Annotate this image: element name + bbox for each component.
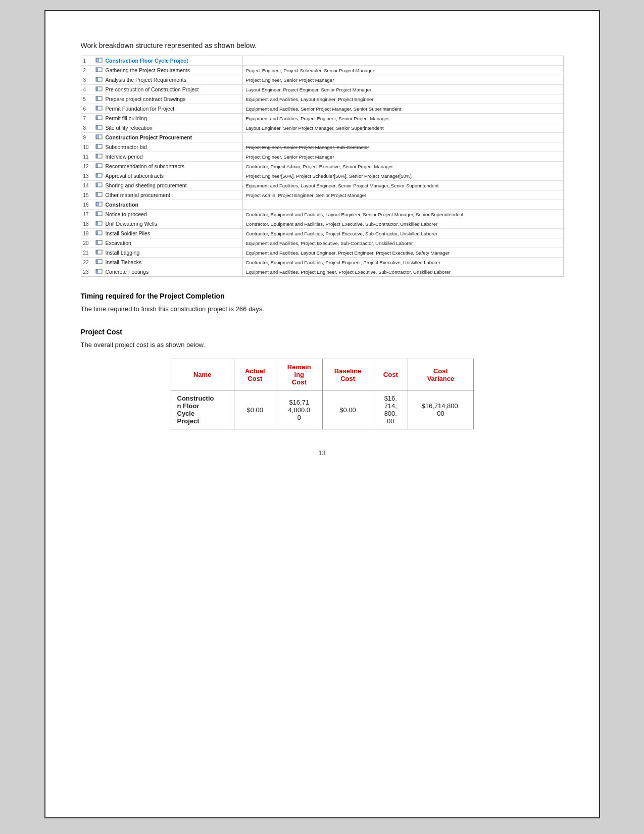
task-icon bbox=[95, 143, 104, 151]
cell-remaining-cost: $16,714,800.00 bbox=[276, 390, 322, 429]
task-icon bbox=[95, 134, 104, 141]
wbs-row: 17 Notice to proceed Contractor, Equipme… bbox=[81, 210, 563, 219]
wbs-row: 12 Recommendation of subcontracts Contra… bbox=[81, 162, 563, 171]
wbs-right-cell: Equipment and Facilities, Project Engine… bbox=[243, 114, 563, 123]
wbs-right-cell: Equipment and Facilities, Project Execut… bbox=[243, 238, 563, 248]
svg-rect-1 bbox=[96, 58, 99, 62]
wbs-left-cell: 21 Install Lagging bbox=[81, 248, 243, 257]
wbs-right-cell: Equipment and Facilities, Layout Enginee… bbox=[243, 94, 563, 104]
wbs-left-cell: 2 Gathering the Project Requirements bbox=[81, 66, 243, 75]
timing-text: The time required to finish this constru… bbox=[81, 305, 564, 313]
wbs-left-cell: 5 Prepare project contract Drawings bbox=[81, 94, 243, 104]
wbs-left-cell: 7 Permit fill building bbox=[81, 114, 243, 123]
task-icon bbox=[95, 172, 104, 179]
wbs-row: 14 Shoring and sheeting procurement Equi… bbox=[81, 181, 563, 190]
wbs-row: 3 Analysis the Project Requirements Proj… bbox=[81, 75, 563, 85]
wbs-left-cell: 6 Permit Foundation for Project bbox=[81, 104, 243, 113]
task-icon bbox=[95, 191, 104, 199]
cell-cost: $16,714,800.00 bbox=[373, 390, 408, 429]
wbs-left-cell: 23 Concrete Footings bbox=[81, 267, 243, 276]
task-icon bbox=[95, 86, 104, 93]
cost-intro: The overall project cost is as shown bel… bbox=[81, 341, 564, 349]
wbs-left-cell: 16 Construction bbox=[81, 200, 243, 209]
svg-rect-33 bbox=[96, 212, 98, 216]
col-header-name: Name bbox=[171, 359, 234, 390]
wbs-row: 6 Permit Foundation for Project Equipmen… bbox=[81, 104, 563, 114]
wbs-right-cell bbox=[243, 133, 563, 142]
task-icon bbox=[95, 115, 104, 122]
task-icon bbox=[95, 182, 104, 189]
page: Work breakdown structure represented as … bbox=[44, 10, 600, 818]
cost-section: Project Cost The overall project cost is… bbox=[81, 328, 564, 429]
wbs-left-cell: 17 Notice to proceed bbox=[81, 210, 243, 219]
wbs-right-cell: Equipment and Facilities, Project Engine… bbox=[243, 267, 563, 276]
svg-rect-23 bbox=[96, 164, 98, 168]
wbs-row: 21 Install Lagging Equipment and Facilit… bbox=[81, 248, 563, 258]
svg-rect-27 bbox=[96, 183, 98, 187]
svg-rect-21 bbox=[96, 154, 98, 158]
wbs-right-cell: Equipment and Facilities, Senior Project… bbox=[243, 104, 563, 113]
cell-name: Construction FloorCycleProject bbox=[171, 390, 234, 429]
task-icon bbox=[95, 153, 104, 160]
wbs-table: 1 Construction Floor Cycle Project 2 Gat… bbox=[81, 56, 564, 277]
wbs-right-cell bbox=[243, 56, 563, 65]
wbs-row: 1 Construction Floor Cycle Project bbox=[81, 56, 563, 66]
wbs-right-cell: Contractor, Equipment and Facilities, Pr… bbox=[243, 229, 563, 238]
wbs-row: 19 Install Soldier Piles Contractor, Equ… bbox=[81, 229, 563, 238]
cell-baseline-cost: $0.00 bbox=[322, 390, 373, 429]
wbs-left-cell: 8 Site utility relocation bbox=[81, 123, 243, 132]
wbs-right-cell: Equipment and Facilities, Layout Enginee… bbox=[243, 248, 563, 257]
cost-title: Project Cost bbox=[81, 328, 564, 336]
svg-rect-11 bbox=[96, 106, 98, 110]
cost-table-wrap: Name ActualCost RemainingCost BaselineCo… bbox=[81, 359, 564, 429]
col-header-remaining-cost: RemainingCost bbox=[276, 359, 322, 390]
col-header-actual-cost: ActualCost bbox=[234, 359, 276, 390]
svg-rect-37 bbox=[96, 231, 98, 235]
wbs-left-cell: 20 Excavation bbox=[81, 238, 243, 248]
wbs-right-cell bbox=[243, 200, 563, 209]
cell-cost-variance: $16,714,800.00 bbox=[408, 390, 473, 429]
wbs-row: 5 Prepare project contract Drawings Equi… bbox=[81, 94, 563, 104]
svg-rect-35 bbox=[96, 221, 98, 225]
task-icon bbox=[95, 76, 104, 83]
wbs-left-cell: 4 Pre construction of Construction Proje… bbox=[81, 85, 243, 94]
wbs-row: 18 Drill Dewatering Wells Contractor, Eq… bbox=[81, 219, 563, 229]
task-icon bbox=[95, 239, 104, 247]
wbs-row: 2 Gathering the Project Requirements Pro… bbox=[81, 66, 563, 75]
wbs-right-cell: Contractor, Equipment and Facilities, La… bbox=[243, 210, 563, 219]
wbs-row: 7 Permit fill building Equipment and Fac… bbox=[81, 114, 563, 123]
wbs-row: 4 Pre construction of Construction Proje… bbox=[81, 85, 563, 94]
wbs-left-cell: 14 Shoring and sheeting procurement bbox=[81, 181, 243, 190]
svg-rect-19 bbox=[96, 144, 98, 149]
svg-rect-3 bbox=[96, 68, 98, 72]
task-icon bbox=[95, 124, 104, 131]
timing-title: Timing required for the Project Completi… bbox=[81, 292, 564, 300]
svg-rect-31 bbox=[96, 202, 99, 206]
wbs-row: 10 Subcontractor bid Project Engineer, S… bbox=[81, 142, 563, 152]
wbs-left-cell: 1 Construction Floor Cycle Project bbox=[81, 56, 243, 65]
wbs-right-cell: Layout Engineer, Senior Project Manager,… bbox=[243, 123, 563, 132]
wbs-left-cell: 9 Construction Project Procurement bbox=[81, 133, 243, 142]
svg-rect-41 bbox=[96, 250, 98, 254]
wbs-right-cell: Project Engineer, Senior Project Manager… bbox=[243, 142, 563, 152]
wbs-left-cell: 10 Subcontractor bid bbox=[81, 142, 243, 152]
wbs-row: 13 Approval of subcontracts Project Engi… bbox=[81, 171, 563, 181]
col-header-baseline-cost: BaselineCost bbox=[322, 359, 373, 390]
wbs-left-cell: 12 Recommendation of subcontracts bbox=[81, 162, 243, 171]
wbs-right-cell: Equipment and Facilities, Layout Enginee… bbox=[243, 181, 563, 190]
task-icon bbox=[95, 57, 104, 64]
task-icon bbox=[95, 259, 104, 266]
page-number: 13 bbox=[81, 450, 564, 457]
wbs-row: 16 Construction bbox=[81, 200, 563, 210]
table-header-row: Name ActualCost RemainingCost BaselineCo… bbox=[171, 359, 473, 390]
wbs-intro: Work breakdown structure represented as … bbox=[81, 41, 564, 50]
task-icon bbox=[95, 230, 104, 237]
task-icon bbox=[95, 268, 104, 275]
wbs-right-cell: Layout Engineer, Project Engineer, Senio… bbox=[243, 85, 563, 94]
col-header-cost: Cost bbox=[373, 359, 408, 390]
wbs-right-cell: Project Engineer, Senior Project Manager bbox=[243, 75, 563, 84]
wbs-row: 20 Excavation Equipment and Facilities, … bbox=[81, 238, 563, 248]
svg-rect-9 bbox=[96, 96, 98, 101]
svg-rect-15 bbox=[96, 125, 98, 129]
task-icon bbox=[95, 249, 104, 256]
